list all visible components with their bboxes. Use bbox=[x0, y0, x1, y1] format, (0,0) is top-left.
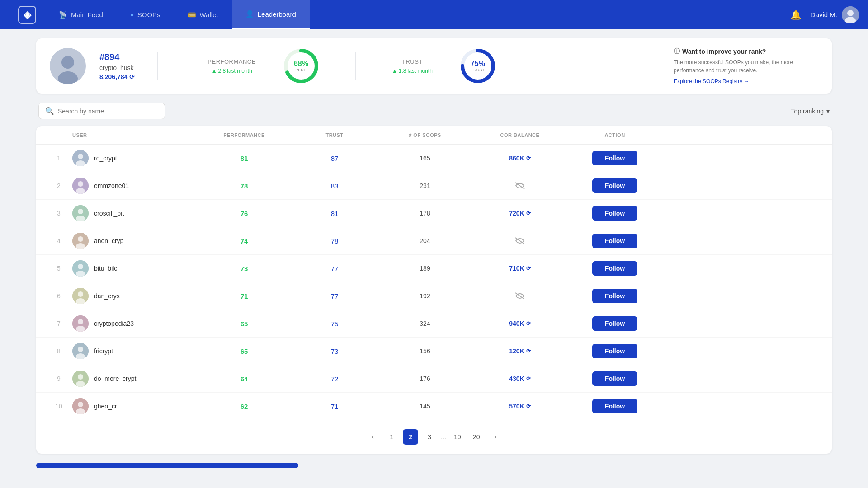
nav-leaderboard[interactable]: 👤 Leaderboard bbox=[232, 0, 310, 29]
wallet-icon: 💳 bbox=[188, 11, 196, 19]
user-cell: cryptopedia23 bbox=[72, 315, 199, 332]
user-cell: gheo_cr bbox=[72, 398, 199, 414]
svg-point-35 bbox=[78, 347, 83, 352]
svg-point-18 bbox=[78, 209, 83, 214]
user-name: do_more_crypt bbox=[94, 375, 136, 382]
follow-button[interactable]: Follow bbox=[592, 261, 637, 276]
cor-icon: ⟳ bbox=[526, 265, 531, 272]
user-avatar bbox=[72, 371, 89, 387]
cor-value: 430K ⟳ bbox=[470, 375, 570, 382]
performance-change: ▲ 2.8 last month bbox=[212, 68, 252, 74]
table-row: 9 do_more_crypt 64 72 176 430K ⟳ Follow bbox=[36, 365, 832, 393]
explore-soops-link[interactable]: Explore the SOOPs Registry → bbox=[674, 78, 818, 84]
table-row: 3 croscifi_bit 76 81 178 720K ⟳ Follow bbox=[36, 200, 832, 227]
svg-point-1 bbox=[847, 10, 854, 16]
search-input[interactable] bbox=[58, 108, 158, 115]
pagination-dots: ... bbox=[441, 429, 446, 445]
follow-button[interactable]: Follow bbox=[592, 344, 637, 358]
performance-sub: PERF. bbox=[294, 68, 308, 72]
col-trust: TRUST bbox=[289, 132, 380, 138]
pagination-next[interactable]: › bbox=[488, 429, 503, 445]
user-name: gheo_cr bbox=[94, 403, 117, 410]
soops-value: 165 bbox=[380, 155, 470, 162]
table-row: 6 dan_crys 71 77 192 Follow bbox=[36, 282, 832, 310]
trust-value: 72 bbox=[289, 375, 380, 383]
action-cell: Follow bbox=[570, 344, 660, 358]
row-rank: 8 bbox=[45, 347, 72, 355]
pagination-prev[interactable]: ‹ bbox=[365, 429, 380, 445]
follow-button[interactable]: Follow bbox=[592, 289, 637, 303]
table-row: 5 bitu_bilc 73 77 189 710K ⟳ Follow bbox=[36, 255, 832, 282]
follow-button[interactable]: Follow bbox=[592, 151, 637, 165]
action-cell: Follow bbox=[570, 234, 660, 248]
nav-wallet[interactable]: 💳 Wallet bbox=[174, 0, 232, 29]
col-performance: PERFORMANCE bbox=[199, 132, 289, 138]
filter-button[interactable]: Top ranking ▾ bbox=[791, 108, 830, 115]
action-cell: Follow bbox=[570, 289, 660, 303]
notification-bell-icon[interactable]: 🔔 bbox=[790, 9, 802, 20]
profile-info: #894 crypto_husk 8,206,784 ⟳ bbox=[99, 52, 135, 80]
pagination-page-2[interactable]: 2 bbox=[403, 429, 418, 445]
user-cell: do_more_crypt bbox=[72, 371, 199, 387]
action-cell: Follow bbox=[570, 261, 660, 276]
pagination-page-1[interactable]: 1 bbox=[384, 429, 399, 445]
user-cell: fricrypt bbox=[72, 343, 199, 359]
follow-button[interactable]: Follow bbox=[592, 234, 637, 248]
pagination-page-10[interactable]: 10 bbox=[450, 429, 465, 445]
trust-sub: TRUST bbox=[471, 68, 485, 72]
nav-soops[interactable]: ● SOOPs bbox=[117, 0, 174, 29]
pagination-page-3[interactable]: 3 bbox=[422, 429, 437, 445]
user-avatar bbox=[72, 178, 89, 194]
trust-metric: Trust ▲ 1.8 last month bbox=[392, 58, 433, 74]
profile-avatar bbox=[50, 48, 86, 84]
follow-button[interactable]: Follow bbox=[592, 371, 637, 386]
trust-value: 77 bbox=[289, 292, 380, 300]
profile-metrics: Performance ▲ 2.8 last month 68% PERF. bbox=[208, 48, 496, 84]
user-cell: emmzone01 bbox=[72, 178, 199, 194]
table-row: 2 emmzone01 78 83 231 Follow bbox=[36, 172, 832, 200]
user-name: emmzone01 bbox=[94, 182, 129, 189]
progress-bar-fill bbox=[36, 463, 298, 468]
soops-icon: ● bbox=[130, 11, 134, 18]
row-rank: 5 bbox=[45, 265, 72, 272]
top-nav: ◈ 📡 Main Feed ● SOOPs 💳 Wallet 👤 Leaderb… bbox=[0, 0, 868, 29]
svg-point-41 bbox=[78, 402, 83, 407]
profile-rank: #894 bbox=[99, 52, 135, 62]
follow-button[interactable]: Follow bbox=[592, 206, 637, 221]
col-cor: COR Balance bbox=[470, 132, 570, 138]
search-box[interactable]: 🔍 bbox=[38, 103, 165, 119]
follow-button[interactable]: Follow bbox=[592, 178, 637, 193]
performance-label: Performance bbox=[208, 58, 256, 65]
trust-value: 87 bbox=[289, 155, 380, 162]
col-soops: # of SOOPs bbox=[380, 132, 470, 138]
pagination-page-20[interactable]: 20 bbox=[469, 429, 484, 445]
logo[interactable]: ◈ bbox=[9, 6, 45, 24]
user-avatar bbox=[72, 260, 89, 277]
nav-wallet-label: Wallet bbox=[200, 11, 218, 19]
filter-label: Top ranking bbox=[791, 108, 824, 115]
user-avatar bbox=[72, 288, 89, 304]
row-rank: 2 bbox=[45, 182, 72, 189]
row-rank: 10 bbox=[45, 403, 72, 410]
nav-main-feed[interactable]: 📡 Main Feed bbox=[45, 0, 117, 29]
main-wrapper: #894 crypto_husk 8,206,784 ⟳ Performance… bbox=[0, 29, 868, 477]
user-avatar bbox=[72, 150, 89, 166]
col-action: ACTION bbox=[570, 132, 660, 138]
follow-button[interactable]: Follow bbox=[592, 399, 637, 413]
nav-leaderboard-label: Leaderboard bbox=[258, 10, 296, 18]
performance-value: 81 bbox=[199, 155, 289, 162]
cor-hidden-icon bbox=[470, 182, 570, 189]
search-filter-row: 🔍 Top ranking ▾ bbox=[36, 103, 832, 119]
performance-metric: Performance ▲ 2.8 last month bbox=[208, 58, 256, 74]
performance-value: 71 bbox=[199, 292, 289, 300]
row-rank: 9 bbox=[45, 375, 72, 382]
progress-bar-area bbox=[36, 463, 832, 477]
follow-button[interactable]: Follow bbox=[592, 316, 637, 331]
rank-tip: ⓘ Want to improve your rank? The more su… bbox=[674, 47, 818, 84]
col-user: USER bbox=[72, 132, 199, 138]
cor-value: 120K ⟳ bbox=[470, 347, 570, 355]
user-cell: anon_cryp bbox=[72, 233, 199, 249]
trust-label: Trust bbox=[402, 58, 423, 65]
row-rank: 7 bbox=[45, 320, 72, 327]
soops-value: 145 bbox=[380, 403, 470, 410]
